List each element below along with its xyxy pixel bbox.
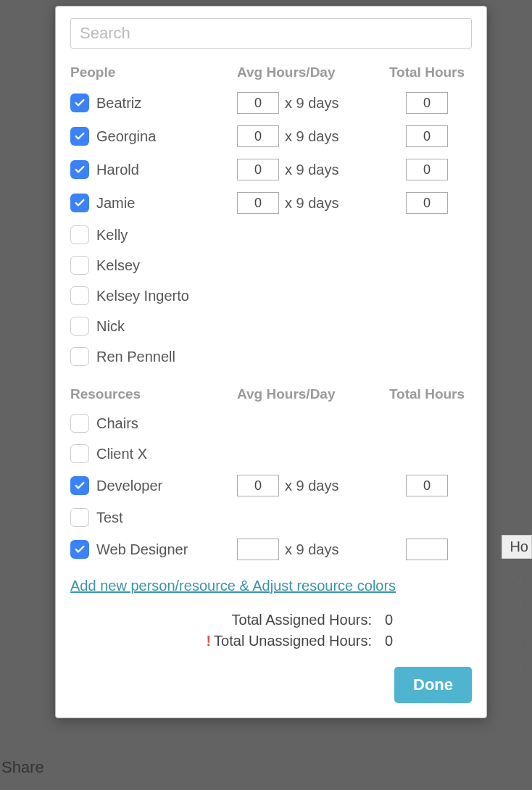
total-unassigned-label: !Total Unassigned Hours: [206,633,372,649]
total-hours-column-header: Total Hours [382,386,472,402]
total-assigned-label: Total Assigned Hours: [232,612,372,628]
days-multiplier: x 9 days [285,128,338,145]
avg-hours-column-header: Avg Hours/Day [237,65,382,80]
avg-hours-input[interactable] [237,539,279,560]
share-label: Share [1,758,44,777]
resource-row: Web Designerx 9 days [70,539,472,560]
person-name: Nick [96,318,125,335]
resource-checkbox[interactable] [70,444,89,463]
total-assigned-value: 0 [385,612,399,628]
avg-hours-input[interactable] [237,192,279,214]
total-hours-input[interactable] [406,159,448,180]
person-checkbox[interactable] [70,93,89,112]
person-checkbox[interactable] [70,127,89,146]
total-hours-input[interactable] [406,539,448,560]
resource-name: Client X [96,446,147,462]
person-name: Kelly [96,227,128,244]
done-button[interactable]: Done [394,667,472,703]
person-row: Kelsey Ingerto [70,286,472,305]
days-multiplier: x 9 days [285,478,338,494]
resource-name: Developer [96,478,162,494]
person-name: Beatriz [96,95,141,112]
person-row: Haroldx 9 days [70,159,472,180]
resource-row: Client X [70,444,472,463]
total-unassigned-value: 0 [385,633,399,649]
total-hours-input[interactable] [406,125,448,147]
bg-zero: 0 [514,616,522,633]
bg-zero: 0 [514,593,522,610]
resource-row: Developerx 9 days [70,475,472,496]
person-checkbox[interactable] [70,160,89,179]
person-row: Kelsey [70,256,472,275]
person-row: Jamiex 9 days [70,192,472,214]
avg-hours-input[interactable] [237,159,279,180]
days-multiplier: x 9 days [285,162,338,178]
search-input[interactable] [70,18,472,49]
bg-zero: 0 [514,570,522,586]
person-name: Jamie [96,195,135,212]
total-hours-input[interactable] [406,92,448,114]
days-multiplier: x 9 days [285,95,338,112]
person-row: Ren Pennell [70,347,472,366]
resource-row: Test [70,508,472,527]
totals-section: Total Assigned Hours: 0 !Total Unassigne… [70,612,472,649]
days-multiplier: x 9 days [285,195,338,212]
person-checkbox[interactable] [70,225,89,244]
days-multiplier: x 9 days [285,541,338,558]
avg-hours-column-header: Avg Hours/Day [237,386,382,402]
person-row: Georginax 9 days [70,125,472,147]
resource-name: Web Designer [96,541,188,558]
hours-header-bg: Ho [502,535,532,559]
person-name: Georgina [96,128,156,145]
person-row: Nick [70,317,472,336]
resource-checkbox[interactable] [70,508,89,527]
bg-zero: 0 [514,639,522,656]
resources-headers: Resources Avg Hours/Day Total Hours [70,386,472,402]
avg-hours-input[interactable] [237,475,279,496]
resource-checkbox[interactable] [70,414,89,433]
resource-name: Test [96,510,123,526]
resource-assignment-modal: People Avg Hours/Day Total Hours Beatriz… [55,6,487,718]
warning-icon: ! [206,633,211,649]
person-checkbox[interactable] [70,286,89,305]
person-checkbox[interactable] [70,256,89,275]
people-column-header: People [70,65,237,80]
person-checkbox[interactable] [70,194,89,212]
person-name: Harold [96,162,139,178]
people-headers: People Avg Hours/Day Total Hours [70,65,472,80]
bg-zero: 0 [514,662,522,679]
total-hours-input[interactable] [406,192,448,214]
person-name: Kelsey [96,257,140,274]
person-checkbox[interactable] [70,317,89,336]
resource-checkbox[interactable] [70,540,89,559]
total-hours-column-header: Total Hours [382,65,472,80]
total-hours-input[interactable] [406,475,448,496]
person-name: Ren Pennell [96,349,175,365]
person-checkbox[interactable] [70,347,89,366]
avg-hours-input[interactable] [237,92,279,114]
resource-name: Chairs [96,415,138,432]
resource-row: Chairs [70,414,472,433]
person-row: Beatrizx 9 days [70,92,472,114]
resource-checkbox[interactable] [70,476,89,495]
add-person-resource-link[interactable]: Add new person/resource & Adjust resourc… [70,578,396,594]
person-name: Kelsey Ingerto [96,288,189,304]
person-row: Kelly [70,225,472,244]
resources-column-header: Resources [70,386,237,402]
avg-hours-input[interactable] [237,125,279,147]
